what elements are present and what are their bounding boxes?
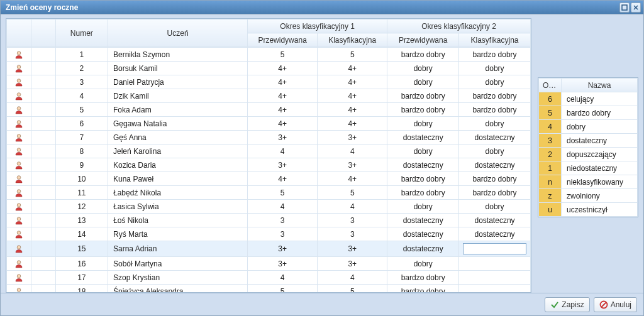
p2-classification[interactable]: dostateczny (459, 131, 531, 144)
p1-predicted[interactable]: 5 (248, 186, 318, 200)
p1-classification[interactable]: 3+ (318, 257, 387, 271)
p2-predicted[interactable]: dostateczny (387, 131, 459, 144)
table-row[interactable]: 1Bernikla Szymon55bardzo dobrybardzo dob… (7, 48, 531, 62)
p2-predicted[interactable]: dobry (387, 62, 459, 75)
p2-predicted[interactable]: dostateczny (387, 241, 459, 257)
p2-predicted[interactable]: dostateczny (387, 158, 459, 172)
p1-predicted[interactable]: 4 (248, 144, 318, 158)
p2-classification[interactable]: bardzo dobry (459, 48, 531, 62)
p2-classification[interactable]: dobry (459, 200, 531, 214)
cancel-button[interactable]: Anuluj (594, 297, 637, 312)
p1-classification[interactable]: 4 (318, 200, 387, 214)
p2-predicted[interactable]: bardzo dobry (387, 103, 459, 117)
p2-classification[interactable]: dobry (459, 75, 531, 89)
p1-predicted[interactable]: 4+ (248, 75, 318, 89)
p1-classification[interactable]: 4+ (318, 89, 387, 103)
p2-classification[interactable]: bardzo dobry (459, 172, 531, 186)
p2-predicted[interactable]: dostateczny (387, 227, 459, 241)
p1-predicted[interactable]: 4+ (248, 103, 318, 117)
p1-classification[interactable]: 5 (318, 48, 387, 62)
table-row[interactable]: 18Śnieżyca Aleksandra55bardzo dobry (7, 285, 531, 293)
table-row[interactable]: 9Kozica Daria3+3+dostatecznydostateczny (7, 158, 531, 172)
col-number[interactable]: Numer (55, 19, 108, 47)
p2-classification[interactable] (459, 241, 531, 257)
table-row[interactable]: 4Dzik Kamil4+4+bardzo dobrybardzo dobry (7, 89, 531, 103)
table-row[interactable]: 12Łasica Sylwia44dobrydobry (7, 200, 531, 214)
p2-predicted[interactable]: bardzo dobry (387, 89, 459, 103)
table-row[interactable]: 7Gęś Anna3+3+dostatecznydostateczny (7, 131, 531, 144)
table-row[interactable]: 5Foka Adam4+4+bardzo dobrybardzo dobry (7, 103, 531, 117)
p1-predicted[interactable]: 5 (248, 48, 318, 62)
p2-classification[interactable]: dostateczny (459, 158, 531, 172)
p2-classification[interactable] (459, 285, 531, 293)
table-row[interactable]: 3Daniel Patrycja4+4+dobrydobry (7, 75, 531, 89)
table-row[interactable]: 10Kuna Paweł4+4+bardzo dobrybardzo dobry (7, 172, 531, 186)
table-row[interactable]: 16Sobół Martyna3+3+dobry (7, 257, 531, 271)
table-row[interactable]: 13Łoś Nikola33dostatecznydostateczny (7, 214, 531, 227)
p1-classification[interactable]: 4 (318, 144, 387, 158)
p1-predicted[interactable]: 4 (248, 200, 318, 214)
p2-classification[interactable]: dobry (459, 144, 531, 158)
p1-classification[interactable]: 3+ (318, 131, 387, 144)
col-student[interactable]: Uczeń (108, 19, 248, 47)
p2-classification[interactable]: dobry (459, 62, 531, 75)
col-p2-predicted[interactable]: Przewidywana (387, 33, 459, 47)
table-row[interactable]: 17Szop Krystian44bardzo dobry (7, 271, 531, 285)
p2-predicted[interactable]: bardzo dobry (387, 186, 459, 200)
close-button[interactable] (631, 3, 641, 13)
p1-predicted[interactable]: 3+ (248, 257, 318, 271)
col-p1-predicted[interactable]: Przewidywana (248, 33, 318, 47)
table-row[interactable]: 14Ryś Marta33dostatecznydostateczny (7, 227, 531, 241)
p2-predicted[interactable]: bardzo dobry (387, 48, 459, 62)
p2-classification[interactable]: bardzo dobry (459, 103, 531, 117)
table-row[interactable]: 15Sarna Adrian3+3+dostateczny (7, 241, 531, 257)
p1-classification[interactable]: 4+ (318, 117, 387, 131)
table-row[interactable]: 2Borsuk Kamil4+4+dobrydobry (7, 62, 531, 75)
p1-classification[interactable]: 3+ (318, 241, 387, 257)
p2-predicted[interactable]: dobry (387, 200, 459, 214)
table-row[interactable]: 11Łabędź Nikola55bardzo dobrybardzo dobr… (7, 186, 531, 200)
p2-predicted[interactable]: dostateczny (387, 214, 459, 227)
table-row[interactable]: 6Gęgawa Natalia4+4+dobrydobry (7, 117, 531, 131)
p2-classification[interactable]: dostateczny (459, 227, 531, 241)
table-row[interactable]: 8Jeleń Karolina44dobrydobry (7, 144, 531, 158)
p1-predicted[interactable]: 3+ (248, 158, 318, 172)
col-p2-classification[interactable]: Klasyfikacyjna (459, 33, 531, 47)
p2-predicted[interactable]: bardzo dobry (387, 271, 459, 285)
p1-classification[interactable]: 4+ (318, 75, 387, 89)
p1-predicted[interactable]: 4+ (248, 62, 318, 75)
p1-classification[interactable]: 4 (318, 271, 387, 285)
p1-predicted[interactable]: 3 (248, 227, 318, 241)
maximize-button[interactable] (619, 3, 630, 13)
p2-predicted[interactable]: dobry (387, 117, 459, 131)
save-button[interactable]: Zapisz (545, 297, 589, 312)
p1-predicted[interactable]: 4+ (248, 89, 318, 103)
p1-classification[interactable]: 4+ (318, 62, 387, 75)
p1-classification[interactable]: 5 (318, 186, 387, 200)
p1-classification[interactable]: 5 (318, 285, 387, 293)
p1-predicted[interactable]: 4+ (248, 172, 318, 186)
p2-predicted[interactable]: dobry (387, 75, 459, 89)
p1-classification[interactable]: 4+ (318, 172, 387, 186)
p2-classification[interactable] (459, 271, 531, 285)
p2-classification[interactable] (459, 257, 531, 271)
p2-classification[interactable]: bardzo dobry (459, 186, 531, 200)
p2-predicted[interactable]: bardzo dobry (387, 285, 459, 293)
p1-predicted[interactable]: 3+ (248, 131, 318, 144)
p2-classification[interactable]: bardzo dobry (459, 89, 531, 103)
col-p1-classification[interactable]: Klasyfikacyjna (318, 33, 387, 47)
grid-scroll-area[interactable]: 1Bernikla Szymon55bardzo dobrybardzo dob… (6, 47, 531, 292)
p2-classification[interactable]: dostateczny (459, 214, 531, 227)
p1-classification[interactable]: 3 (318, 227, 387, 241)
grade-edit-cell[interactable] (463, 243, 526, 254)
p2-predicted[interactable]: dobry (387, 144, 459, 158)
p1-classification[interactable]: 3+ (318, 158, 387, 172)
p2-predicted[interactable]: bardzo dobry (387, 172, 459, 186)
p1-predicted[interactable]: 3 (248, 214, 318, 227)
p1-classification[interactable]: 4+ (318, 103, 387, 117)
p1-classification[interactable]: 3 (318, 214, 387, 227)
p1-predicted[interactable]: 4 (248, 271, 318, 285)
p1-predicted[interactable]: 3+ (248, 241, 318, 257)
p2-classification[interactable]: dobry (459, 117, 531, 131)
p1-predicted[interactable]: 5 (248, 285, 318, 293)
